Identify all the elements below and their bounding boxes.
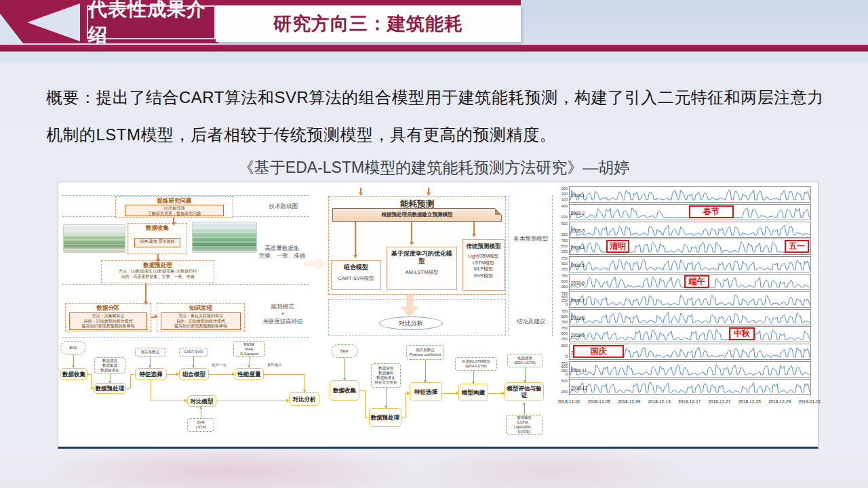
arrowhead xyxy=(192,365,195,368)
y-tick-label: 250 xyxy=(555,390,568,394)
connector xyxy=(425,360,426,381)
connector xyxy=(524,404,525,415)
note-clean: 数据清洗 数据集成 数据标准化 xyxy=(94,357,125,373)
plot-area: 2018-10国庆 xyxy=(569,344,811,360)
chart-panel-2018-1: 3002001002018-1 xyxy=(555,186,813,203)
note-svr-lstm: SVR LSTM xyxy=(187,418,214,432)
plot-area: 2018-2春节 xyxy=(569,204,811,220)
note-clean2: 数据清理 数据编码 数据标准化 特征交叉组合 xyxy=(371,363,401,388)
plot-area: 2018-6端午 xyxy=(569,274,811,290)
connector xyxy=(145,283,146,302)
y-tick-label: 750 xyxy=(555,274,568,278)
model-items: LightGBM模型 LSTM模型 MLP模型 SVR模型 xyxy=(465,253,502,279)
holiday-annotation: 清明 xyxy=(606,240,629,253)
y-tick-label: 500 xyxy=(555,314,568,319)
watermark xyxy=(41,444,420,488)
connector xyxy=(73,354,74,366)
x-axis-labels: 2018-12-012018-12-052018-12-092018-12-13… xyxy=(555,399,814,406)
watermark xyxy=(407,444,692,488)
x-tick-label: 2018-12-21 xyxy=(704,399,735,404)
model-body: CART-SVR模型 xyxy=(333,275,379,282)
note-metrics: RMSE MAE R-Squared xyxy=(233,341,265,357)
chart-panel-2018-4: 7505002502018-4清明五一 xyxy=(555,239,813,255)
panel-month-label: 2018-7 xyxy=(571,298,585,303)
connector xyxy=(525,367,526,381)
panel-month-label: 2018-12 xyxy=(571,386,587,390)
arrowhead xyxy=(353,255,357,258)
model-box-traditional: 传统预测模型 LightGBM模型 LSTM模型 MLP模型 SVR模型 xyxy=(462,239,505,291)
flow2-evaluation: 模型评估与验证 xyxy=(505,382,544,401)
y-tick-label: 250 xyxy=(555,320,568,324)
panel-month-label: 2018-3 xyxy=(571,228,585,233)
x-tick-label: 2018-12-25 xyxy=(734,399,765,404)
summary-text: 概要：提出了结合CART算法和SVR算法的组合模型用于建筑能耗预测，构建了引入二… xyxy=(46,79,827,153)
y-tick-label: 500 xyxy=(555,244,568,248)
y-tick-label: 500 xyxy=(555,222,568,226)
chart-panel-2018-11: 75050025002018-11 xyxy=(555,361,813,378)
x-tick-label: 2018-12-17 xyxy=(674,399,705,404)
paper-title: 《基于EDA-LSTM模型的建筑能耗预测方法研究》—胡婷 xyxy=(0,157,868,178)
model-title: 传统预测模型 xyxy=(465,243,502,250)
arrowhead xyxy=(427,192,431,196)
x-tick-label: 2018-12-01 xyxy=(553,399,585,404)
connector xyxy=(473,371,474,382)
y-tick-label: 250 xyxy=(555,232,568,237)
connector xyxy=(344,358,345,379)
panel-month-label: 2018-11 xyxy=(571,368,587,373)
model-body: AM-LSTM模型 xyxy=(389,269,455,276)
arrowhead xyxy=(302,390,307,392)
box-title: 数据分区 xyxy=(66,304,151,312)
y-tick-label: 250 xyxy=(555,285,568,289)
flow2-model-build: 模型构建 xyxy=(458,384,488,401)
y-tick-label: 250 xyxy=(555,249,568,253)
connector xyxy=(209,374,235,375)
connector xyxy=(365,418,369,418)
divider xyxy=(552,195,553,336)
y-tick-label: 400 xyxy=(555,204,568,208)
connector xyxy=(411,222,412,243)
arrowhead xyxy=(108,381,111,384)
panel-month-label: 2018-5 xyxy=(571,263,585,268)
connector xyxy=(355,222,356,256)
slide-header: 代表性成果介绍 研究方向三：建筑能耗 xyxy=(0,0,868,62)
flow1-compare-model: 对比模型 xyxy=(187,395,216,407)
holiday-annotation: 五一 xyxy=(785,240,809,253)
box-preprocessing: 数据预处理 方法：(1)数据清洗 (2)数据变换 (3)数据归约 目的：高质量数… xyxy=(101,260,214,283)
page-title: 研究方向三：建筑能耗 xyxy=(273,12,463,36)
plot-area: 2018-8 xyxy=(569,309,811,325)
holiday-annotation: 春节 xyxy=(689,205,734,218)
chart-panel-2018-9: 7505002502018-9中秋 xyxy=(555,326,813,342)
y-tick-label: 750 xyxy=(555,326,568,330)
arrowhead xyxy=(199,406,202,409)
arrowhead xyxy=(407,391,410,395)
x-tick-label: 2018-12-13 xyxy=(644,399,675,404)
x-tick-label: 2018-12-05 xyxy=(583,399,614,404)
panel-month-label: 2018-2 xyxy=(571,211,585,216)
section-tab: 代表性成果介绍 xyxy=(87,5,216,39)
arrowhead xyxy=(384,406,387,409)
plot-area: 2018-5 xyxy=(569,256,811,272)
box-title: 知识发现 xyxy=(157,304,244,312)
box-partition-body: 方法：决策树算法 目的：识别典型的操作模式 提高知识发现及预测的鲁棒性 xyxy=(69,312,147,330)
note-correlation: 相关系数法 xyxy=(135,348,165,357)
y-tick-label: 250 xyxy=(555,337,568,341)
y-tick-label: 500 xyxy=(555,344,568,348)
chart-panel-2018-5: 7505002502018-5 xyxy=(555,256,813,272)
note-eda-lstm: 改进的LSTM模型 (EDA-LSTM) xyxy=(455,357,497,371)
flow1-feature-selection: 特征选择 xyxy=(135,368,167,380)
connector xyxy=(386,388,387,407)
arrowhead xyxy=(502,391,505,395)
connector xyxy=(401,418,406,418)
y-tick-label: 0 xyxy=(555,354,568,359)
panel-month-label: 2018-1 xyxy=(571,193,585,198)
arrowhead xyxy=(144,302,148,305)
holiday-annotation: 中秋 xyxy=(729,327,755,340)
plot-area: 2018-7 xyxy=(569,291,811,308)
arrowhead xyxy=(410,242,414,245)
arrowhead xyxy=(172,222,176,226)
model-title: 组合模型 xyxy=(333,264,379,271)
x-tick-label: 2018-12-29 xyxy=(764,399,795,404)
flow2-data-collection: 数据收集 xyxy=(330,380,359,401)
arrowhead xyxy=(456,391,458,395)
plot-area: 2018-9中秋 xyxy=(569,326,811,342)
